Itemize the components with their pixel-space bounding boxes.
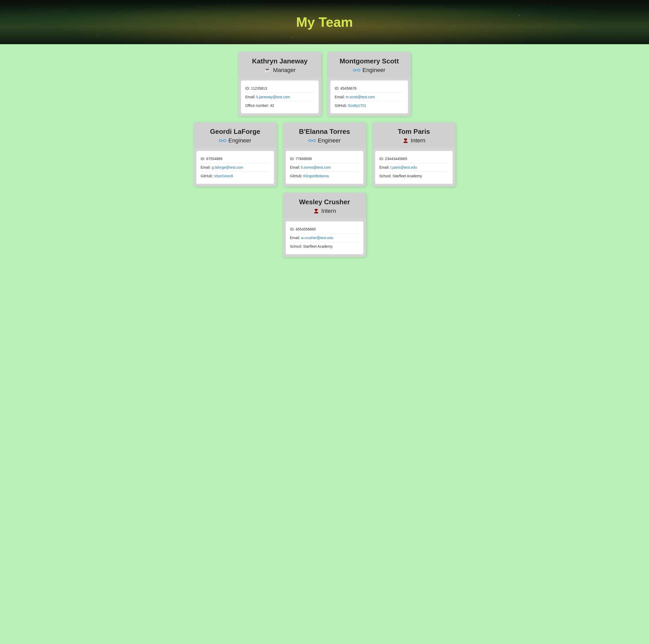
card-info-kathryn-janeway: ID: 11235813Email: k.janeway@test.comOff… <box>241 80 319 114</box>
card-montgomery-scott: Montgomery ScottEngineerID: 45456676Emai… <box>328 52 411 116</box>
info-label-1: Email: <box>245 95 256 99</box>
info-label-1: Email: <box>335 95 346 99</box>
info-link-1[interactable]: k.janeway@test.com <box>256 95 290 99</box>
card-header-belanna-torres: B'Elanna TorresEngineer <box>283 122 366 148</box>
svg-rect-6 <box>223 139 226 142</box>
card-name-geordi-laforge: Geordi LaForge <box>198 128 272 136</box>
info-item-2: GitHub: VisorGeordi <box>201 172 270 180</box>
card-belanna-torres: B'Elanna TorresEngineerID: 77668898Email… <box>283 122 366 186</box>
card-header-tom-paris: Tom ParisIntern <box>372 122 456 148</box>
info-item-1: Email: m.scott@test.com <box>335 93 404 101</box>
info-item-2: GitHub: KlingonBelanna <box>290 172 359 180</box>
info-label-2: GitHub: <box>335 103 348 108</box>
info-label-1: Email: <box>201 165 212 169</box>
info-item-0: ID: 23443445665 <box>379 155 448 163</box>
card-info-tom-paris: ID: 23443445665Email: t.paris@test.eduSc… <box>375 151 453 184</box>
card-info-montgomery-scott: ID: 45456676Email: m.scott@test.comGitHu… <box>330 80 408 114</box>
svg-marker-17 <box>404 138 407 139</box>
role-icon-intern <box>313 208 319 214</box>
card-header-wesley-crusher: Wesley CrusherIntern <box>283 193 366 219</box>
svg-rect-16 <box>404 139 407 140</box>
card-role-kathryn-janeway: ☕Manager <box>243 67 317 74</box>
info-label-2: GitHub: <box>290 174 303 178</box>
page-title: My Team <box>296 14 353 30</box>
info-link-1[interactable]: t.paris@test.edu <box>390 165 417 169</box>
card-wesley-crusher: Wesley CrusherInternID: 4554556665Email:… <box>283 193 366 257</box>
card-role-geordi-laforge: Engineer <box>198 137 272 144</box>
card-header-kathryn-janeway: Kathryn Janeway☕Manager <box>238 52 321 78</box>
role-label-tom-paris: Intern <box>411 137 425 144</box>
info-item-0: ID: 4554556665 <box>290 225 359 233</box>
svg-rect-0 <box>353 69 356 71</box>
main-content: Kathryn Janeway☕ManagerID: 11235813Email… <box>0 44 649 274</box>
svg-marker-21 <box>315 209 318 210</box>
svg-rect-5 <box>219 139 222 142</box>
page-header: My Team <box>0 0 649 44</box>
card-tom-paris: Tom ParisInternID: 23443445665Email: t.p… <box>372 122 456 186</box>
role-label-montgomery-scott: Engineer <box>362 67 385 74</box>
card-name-belanna-torres: B'Elanna Torres <box>287 128 362 136</box>
role-label-geordi-laforge: Engineer <box>228 137 251 144</box>
team-row-1: Kathryn Janeway☕ManagerID: 11235813Email… <box>10 52 639 116</box>
info-label-2: GitHub: <box>201 174 214 178</box>
card-geordi-laforge: Geordi LaForgeEngineerID: 67554889Email:… <box>193 122 277 186</box>
info-item-0: ID: 45456676 <box>335 84 404 93</box>
info-link-2[interactable]: Scotty1701 <box>348 103 366 108</box>
role-icon-intern <box>402 137 409 144</box>
info-item-2: Office number: 42 <box>245 101 314 110</box>
info-link-2[interactable]: KlingonBelanna <box>303 174 329 178</box>
card-role-wesley-crusher: Intern <box>287 208 362 214</box>
card-name-wesley-crusher: Wesley Crusher <box>287 198 362 206</box>
info-label-1: Email: <box>290 236 301 240</box>
svg-rect-11 <box>313 139 315 142</box>
info-item-2: GitHub: Scotty1701 <box>335 101 404 110</box>
info-item-0: ID: 67554889 <box>201 155 270 163</box>
card-info-wesley-crusher: ID: 4554556665Email: w.crusher@test.eduS… <box>286 221 363 254</box>
svg-rect-10 <box>309 139 311 142</box>
svg-rect-20 <box>315 210 318 210</box>
card-name-montgomery-scott: Montgomery Scott <box>332 57 406 65</box>
team-row-2: Geordi LaForgeEngineerID: 67554889Email:… <box>10 122 639 186</box>
team-row-3: Wesley CrusherInternID: 4554556665Email:… <box>10 193 639 257</box>
svg-rect-22 <box>316 210 317 211</box>
info-item-2: School: Starfleet Academy <box>290 242 359 251</box>
info-link-1[interactable]: b.torres@test.com <box>301 165 331 169</box>
info-item-1: Email: w.crusher@test.edu <box>290 233 359 242</box>
svg-rect-1 <box>357 69 360 71</box>
svg-rect-18 <box>405 140 406 140</box>
info-item-0: ID: 11235813 <box>245 84 314 93</box>
info-item-1: Email: g.laforge@test.com <box>201 163 270 172</box>
card-role-montgomery-scott: Engineer <box>332 67 406 74</box>
card-name-tom-paris: Tom Paris <box>377 128 451 136</box>
role-icon-engineer <box>308 137 316 144</box>
info-label-1: Email: <box>379 165 390 169</box>
info-item-1: Email: k.janeway@test.com <box>245 93 314 101</box>
role-icon-engineer <box>353 67 360 74</box>
info-link-1[interactable]: g.laforge@test.com <box>212 165 244 169</box>
role-label-wesley-crusher: Intern <box>321 208 336 214</box>
role-label-belanna-torres: Engineer <box>318 137 341 144</box>
info-item-1: Email: b.torres@test.com <box>290 163 359 172</box>
card-header-geordi-laforge: Geordi LaForgeEngineer <box>193 122 277 148</box>
role-icon-manager: ☕ <box>264 67 271 74</box>
info-link-2[interactable]: VisorGeordi <box>214 174 233 178</box>
info-item-0: ID: 77668898 <box>290 155 359 163</box>
info-item-2: School: Starfleet Academy <box>379 172 448 180</box>
role-icon-engineer <box>219 137 226 144</box>
card-kathryn-janeway: Kathryn Janeway☕ManagerID: 11235813Email… <box>238 52 321 116</box>
card-header-montgomery-scott: Montgomery ScottEngineer <box>328 52 411 78</box>
info-link-1[interactable]: w.crusher@test.edu <box>301 236 333 240</box>
info-link-1[interactable]: m.scott@test.com <box>346 95 375 99</box>
card-info-belanna-torres: ID: 77668898Email: b.torres@test.comGitH… <box>286 151 363 184</box>
info-label-1: Email: <box>290 165 301 169</box>
role-label-kathryn-janeway: Manager <box>273 67 296 74</box>
info-item-1: Email: t.paris@test.edu <box>379 163 448 172</box>
card-role-tom-paris: Intern <box>377 137 451 144</box>
card-role-belanna-torres: Engineer <box>287 137 362 144</box>
card-name-kathryn-janeway: Kathryn Janeway <box>243 57 317 65</box>
card-info-geordi-laforge: ID: 67554889Email: g.laforge@test.comGit… <box>196 151 274 184</box>
